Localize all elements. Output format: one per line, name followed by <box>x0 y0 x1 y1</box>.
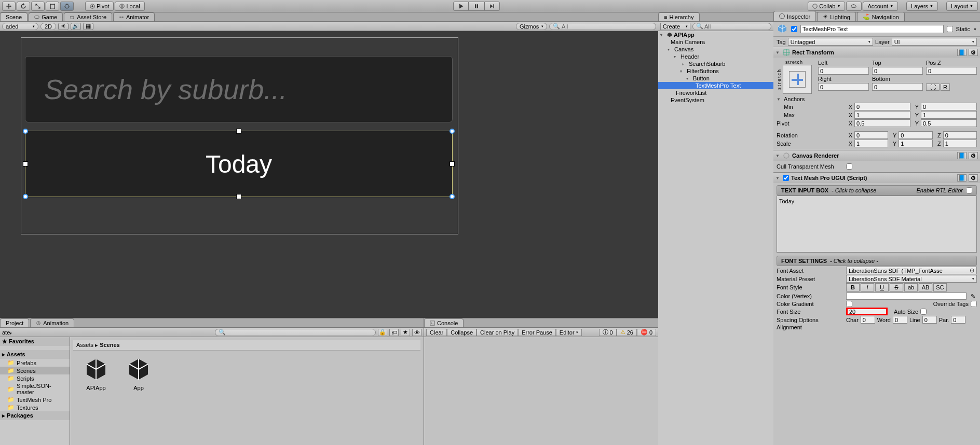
component-reference-icon[interactable]: 📘 <box>957 174 967 182</box>
hierarchy-create-dropdown[interactable]: Create▾ <box>660 23 690 30</box>
folder-simplejson[interactable]: 📁 SimpleJSON-master <box>0 382 70 396</box>
layers-dropdown[interactable]: Layers▼ <box>906 2 938 11</box>
console-error-count[interactable]: ⛔0 <box>637 329 656 336</box>
style-uppercase[interactable]: AB <box>919 283 932 291</box>
rt-raw-button[interactable]: R <box>941 84 950 91</box>
scene-audio-toggle[interactable]: 🔊 <box>71 23 81 30</box>
packages-header[interactable]: ▸ Packages <box>0 411 70 420</box>
pivot-x[interactable]: 0.5 <box>854 119 910 127</box>
hier-button[interactable]: ▾Button <box>658 75 773 82</box>
cloud-button[interactable] <box>846 2 862 11</box>
2d-toggle[interactable]: 2D <box>40 23 56 30</box>
tmp-text-input[interactable]: Today <box>777 196 977 253</box>
tag-dropdown[interactable]: Untagged▾ <box>788 38 873 46</box>
console-info-count[interactable]: ⓘ0 <box>599 329 617 336</box>
tab-asset-store[interactable]: Asset Store <box>64 12 112 21</box>
spacing-char[interactable]: 0 <box>861 316 875 324</box>
style-underline[interactable]: U <box>875 283 889 291</box>
asset-app[interactable]: App <box>122 357 155 391</box>
scene-root[interactable]: ▾APIApp <box>658 31 773 38</box>
override-tags-checkbox[interactable] <box>971 301 977 307</box>
hier-event-system[interactable]: EventSystem <box>658 96 773 104</box>
hier-textmeshpro-text[interactable]: TextMeshPro Text <box>658 82 773 89</box>
component-reference-icon[interactable]: 📘 <box>957 152 967 159</box>
rt-right-field[interactable]: 0 <box>818 83 869 91</box>
folder-textmeshpro[interactable]: 📁 TextMesh Pro <box>0 396 70 404</box>
pause-button[interactable] <box>469 2 484 11</box>
console-error-pause-button[interactable]: Error Pause <box>518 329 556 336</box>
style-italic[interactable]: I <box>861 283 874 291</box>
scene-search[interactable]: 🔍All <box>549 23 656 30</box>
step-button[interactable] <box>484 2 500 11</box>
layout-dropdown[interactable]: Layout▼ <box>946 2 978 11</box>
rtl-checkbox[interactable] <box>966 187 972 193</box>
tmp-enabled-checkbox[interactable] <box>783 175 789 181</box>
scale-tool-button[interactable] <box>31 2 45 11</box>
console-body[interactable] <box>424 337 658 445</box>
scale-z[interactable]: 1 <box>943 140 977 147</box>
component-settings-icon[interactable]: ⚙ <box>969 49 978 56</box>
scale-y[interactable]: 1 <box>899 140 932 147</box>
hierarchy-search[interactable]: 🔍All <box>692 23 771 30</box>
tab-navigation[interactable]: ⛳ Navigation <box>857 12 905 21</box>
tab-animation[interactable]: Animation <box>30 318 74 327</box>
static-checkbox[interactable] <box>947 26 953 32</box>
scene-fx-toggle[interactable]: ▦ <box>83 23 93 30</box>
spacing-line[interactable]: 0 <box>922 316 937 324</box>
account-dropdown[interactable]: Account▼ <box>863 2 898 11</box>
asset-apiapp[interactable]: APIApp <box>79 357 113 391</box>
console-warn-count[interactable]: ⚠26 <box>617 329 637 336</box>
gizmos-dropdown[interactable]: Gizmos▾ <box>516 23 547 30</box>
rotate-tool-button[interactable] <box>17 2 30 11</box>
component-settings-icon[interactable]: ⚙ <box>969 174 978 182</box>
font-size-field[interactable]: 20 <box>846 308 888 315</box>
anchor-presets-button[interactable] <box>783 65 812 94</box>
assets-header[interactable]: ▸ Assets <box>0 350 70 359</box>
rot-z[interactable]: 0 <box>943 131 977 139</box>
rt-top-field[interactable]: 0 <box>872 67 923 75</box>
console-clear-button[interactable]: Clear <box>426 329 447 336</box>
scale-x[interactable]: 1 <box>854 140 888 147</box>
folder-prefabs[interactable]: 📁 Prefabs <box>0 359 70 367</box>
hierarchy-tree[interactable]: ▾APIApp Main Camera ▾Canvas ▾Header ▸Sea… <box>658 31 773 445</box>
transform-tool-button[interactable] <box>60 2 74 11</box>
play-button[interactable] <box>453 2 469 11</box>
hier-canvas[interactable]: ▾Canvas <box>658 46 773 53</box>
component-reference-icon[interactable]: 📘 <box>957 49 967 56</box>
tab-project[interactable]: Project <box>0 318 29 327</box>
rt-left-field[interactable]: 0 <box>818 67 869 75</box>
font-settings-section[interactable]: FONT SETTINGS- Click to collapse - <box>777 256 977 266</box>
project-search[interactable]: 🔍 <box>215 329 376 336</box>
tab-hierarchy[interactable]: ≡ Hierarchy <box>658 12 700 21</box>
pivot-toggle[interactable]: Pivot <box>85 2 114 11</box>
tab-game[interactable]: Game <box>29 12 63 21</box>
material-dropdown[interactable]: LiberationSans SDF Material▾ <box>846 275 977 283</box>
tab-scene[interactable]: Scene <box>0 12 28 21</box>
project-folder-tree[interactable]: ★ Favorites ▸ Assets 📁 Prefabs 📁 Scenes … <box>0 337 70 445</box>
rect-transform-header[interactable]: ▼ Rect Transform 📘 ⚙ <box>773 47 980 58</box>
rot-y[interactable]: 0 <box>899 131 932 139</box>
console-editor-dropdown[interactable]: Editor▾ <box>556 329 582 336</box>
component-settings-icon[interactable]: ⚙ <box>969 152 978 159</box>
font-asset-field[interactable]: LiberationSans SDF (TMP_FontAsse⊙ <box>846 267 977 274</box>
rt-posz-field[interactable]: 0 <box>926 67 977 75</box>
console-collapse-button[interactable]: Collapse <box>447 329 477 336</box>
anchor-min-x[interactable]: 0 <box>854 103 910 110</box>
hier-main-camera[interactable]: Main Camera <box>658 38 773 46</box>
tab-inspector[interactable]: ⓘ Inspector <box>773 11 816 21</box>
shading-mode-dropdown[interactable]: aded▾ <box>2 23 38 30</box>
style-smallcaps[interactable]: SC <box>933 283 947 291</box>
folder-textures[interactable]: 📁 Textures <box>0 404 70 411</box>
tab-console[interactable]: Console <box>424 318 464 327</box>
anchor-max-y[interactable]: 1 <box>921 111 977 119</box>
style-lowercase[interactable]: ab <box>904 283 918 291</box>
spacing-par[interactable]: 0 <box>951 316 965 324</box>
collab-dropdown[interactable]: Collab▼ <box>808 2 845 11</box>
scene-light-toggle[interactable]: ☀ <box>58 23 69 30</box>
rt-blueprint-button[interactable]: ⛶ <box>926 84 940 91</box>
favorites-header[interactable]: ★ Favorites <box>0 337 70 346</box>
vertex-color-field[interactable] <box>846 293 967 300</box>
rect-tool-button[interactable] <box>46 2 59 11</box>
rot-x[interactable]: 0 <box>854 131 888 139</box>
project-breadcrumb[interactable]: Assets ▸ Scenes <box>73 340 420 351</box>
